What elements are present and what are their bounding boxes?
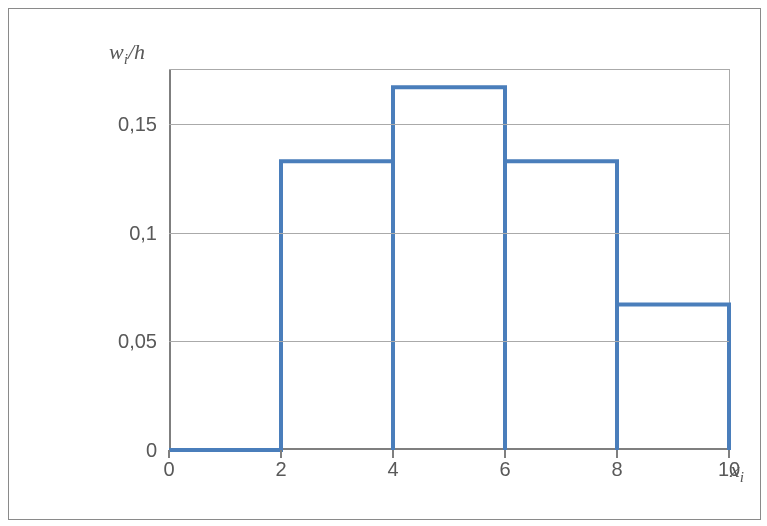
series-path [169, 87, 729, 450]
x-tick-label: 8 [611, 458, 622, 481]
x-tick-label: 4 [387, 458, 398, 481]
histogram-series [169, 70, 729, 450]
grid-line-y [169, 341, 729, 342]
y-tick-label: 0,1 [129, 221, 157, 244]
x-tick [392, 450, 394, 458]
x-tick-label: 2 [275, 458, 286, 481]
x-tick [504, 450, 506, 458]
y-tick-label: 0 [146, 439, 157, 462]
grid-line-y [169, 233, 729, 234]
y-axis-label: wi/h [109, 39, 145, 68]
plot-area: 024681000,050,10,15 [169, 69, 730, 450]
x-tick [280, 450, 282, 458]
y-tick-label: 0,05 [118, 330, 157, 353]
x-tick-label: 6 [499, 458, 510, 481]
grid-line-y [169, 124, 729, 125]
x-tick-label: 0 [163, 458, 174, 481]
x-tick [616, 450, 618, 458]
y-tick-label: 0,15 [118, 113, 157, 136]
chart-frame: wi/h 024681000,050,10,15 xi [8, 8, 761, 520]
x-tick [168, 450, 170, 458]
x-axis-label: xi [730, 457, 744, 486]
